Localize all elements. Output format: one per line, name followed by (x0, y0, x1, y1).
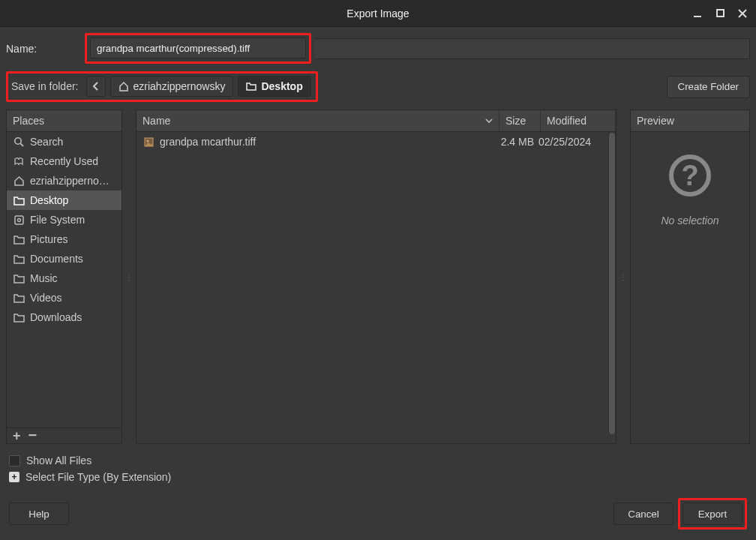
sidebar-item-label: Downloads (30, 311, 82, 323)
select-file-type-expander[interactable]: + Select File Type (By Extension) (9, 471, 747, 483)
expand-icon: + (9, 472, 20, 482)
sidebar-item-desktop[interactable]: Desktop (7, 190, 122, 210)
svg-rect-6 (15, 216, 23, 224)
show-all-files-option[interactable]: Show All Files (9, 454, 747, 466)
name-label: Name: (6, 43, 77, 55)
svg-rect-1 (717, 10, 724, 16)
places-list: SearchRecently Usedezriahzipperno…Deskto… (7, 132, 122, 428)
close-button[interactable] (735, 6, 750, 21)
file-name: grandpa mcarthur.tiff (160, 136, 256, 148)
export-button[interactable]: Export (682, 502, 742, 525)
titlebar: Export Image (0, 0, 756, 27)
recent-icon (13, 155, 25, 167)
folder-icon (13, 272, 25, 284)
sidebar-item-label: File System (30, 214, 85, 226)
name-row: Name: (6, 33, 750, 64)
panel-resize-handle[interactable]: ⋮ (127, 110, 131, 444)
home-icon (13, 175, 25, 187)
add-bookmark-button[interactable]: + (13, 431, 21, 440)
file-row[interactable]: grandpa mcarthur.tiff2.4 MB02/25/2024 (136, 132, 616, 152)
sort-desc-icon (485, 118, 493, 124)
filename-input-extra[interactable] (314, 38, 750, 59)
column-size[interactable]: Size (500, 110, 541, 131)
name-highlight (85, 33, 311, 64)
preview-header: Preview (631, 110, 749, 132)
svg-point-4 (14, 137, 20, 143)
sidebar-item-label: Desktop (30, 194, 68, 206)
panel-resize-handle-right[interactable]: ⋮ (621, 110, 626, 444)
breadcrumb-desktop[interactable]: Desktop (238, 76, 310, 97)
sidebar-item-downloads[interactable]: Downloads (7, 308, 122, 327)
path-highlight: Save in folder: ezriahzippernowsky Deskt… (6, 71, 318, 102)
image-file-icon (142, 136, 154, 148)
sidebar-item-label: Recently Used (30, 155, 98, 167)
sidebar-item-label: Videos (30, 292, 62, 304)
places-panel: Places SearchRecently Usedezriahzipperno… (6, 110, 122, 444)
no-selection-text: No selection (661, 214, 718, 226)
sidebar-item-label: Documents (30, 253, 83, 265)
sidebar-item-videos[interactable]: Videos (7, 288, 122, 308)
show-all-files-label: Show All Files (26, 454, 92, 466)
files-scrollbar[interactable] (608, 133, 616, 434)
breadcrumb-home[interactable]: ezriahzippernowsky (110, 76, 234, 97)
svg-line-5 (20, 143, 23, 146)
sidebar-item-label: Pictures (30, 233, 68, 245)
select-file-type-label: Select File Type (By Extension) (26, 471, 171, 483)
sidebar-item-file-system[interactable]: File System (7, 210, 122, 230)
folder-icon (13, 292, 25, 304)
chevron-left-icon (93, 82, 99, 91)
cancel-button[interactable]: Cancel (614, 502, 674, 525)
question-icon: ? (669, 154, 711, 196)
remove-bookmark-button[interactable]: − (28, 431, 38, 440)
create-folder-button[interactable]: Create Folder (667, 76, 751, 98)
breadcrumb-label: ezriahzippernowsky (134, 80, 226, 92)
file-size: 2.4 MB (497, 136, 538, 148)
sidebar-item-search[interactable]: Search (7, 132, 122, 152)
folder-icon (13, 194, 25, 206)
preview-panel: Preview ? No selection (630, 110, 750, 444)
sidebar-item-recently-used[interactable]: Recently Used (7, 152, 122, 171)
checkbox-icon (9, 455, 20, 466)
places-header: Places (7, 110, 122, 132)
help-button[interactable]: Help (9, 502, 69, 525)
folder-icon (13, 311, 25, 323)
folder-icon (13, 253, 25, 265)
files-panel: Name Size Modified grandpa mcarthur.tiff… (136, 110, 616, 444)
sidebar-item-label: Search (30, 136, 63, 148)
column-name[interactable]: Name (136, 110, 500, 131)
minimize-button[interactable] (690, 6, 705, 21)
svg-point-7 (17, 218, 20, 221)
sidebar-item-music[interactable]: Music (7, 268, 122, 288)
filename-input[interactable] (90, 38, 306, 58)
files-header: Name Size Modified (136, 110, 616, 132)
svg-point-9 (146, 140, 148, 142)
maximize-button[interactable] (712, 6, 728, 21)
sidebar-item-pictures[interactable]: Pictures (7, 230, 122, 249)
folder-icon (246, 82, 256, 91)
sidebar-item-ezriahzipperno-[interactable]: ezriahzipperno… (7, 171, 122, 190)
svg-rect-0 (694, 16, 701, 17)
disk-icon (13, 214, 25, 226)
search-icon (13, 136, 25, 148)
export-highlight: Export (678, 498, 747, 530)
sidebar-item-label: ezriahzipperno… (30, 175, 110, 187)
sidebar-item-documents[interactable]: Documents (7, 249, 122, 268)
sidebar-item-label: Music (30, 272, 58, 284)
breadcrumb-back-button[interactable] (86, 76, 106, 97)
window-title: Export Image (346, 8, 409, 20)
save-in-folder-label: Save in folder: (11, 80, 79, 92)
files-list[interactable]: grandpa mcarthur.tiff2.4 MB02/25/2024 (136, 132, 616, 443)
home-icon (118, 81, 129, 92)
column-modified[interactable]: Modified (541, 110, 616, 131)
file-modified: 02/25/2024 (538, 136, 610, 148)
folder-icon (13, 233, 25, 245)
breadcrumb-label: Desktop (261, 80, 302, 92)
path-row: Save in folder: ezriahzippernowsky Deskt… (6, 71, 750, 102)
